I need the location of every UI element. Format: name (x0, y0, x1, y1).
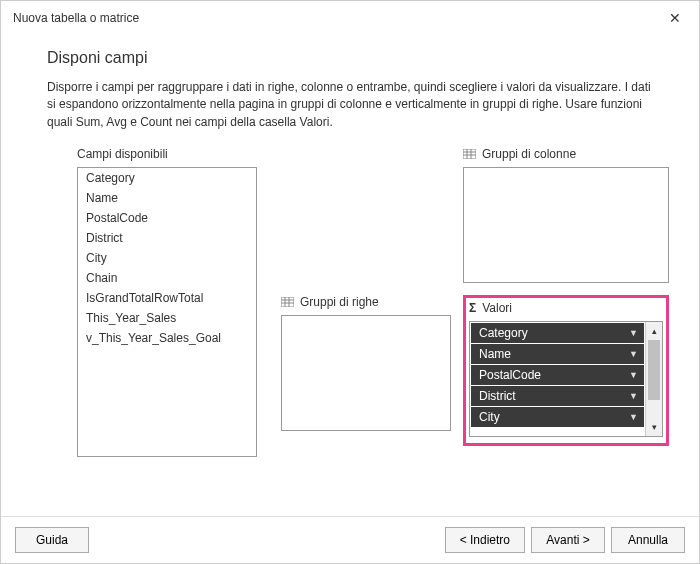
values-scrollbar[interactable]: ▴ ▾ (645, 322, 662, 436)
value-item[interactable]: Category▼ (471, 323, 644, 343)
list-item[interactable]: Name (78, 188, 256, 208)
sigma-icon: Σ (469, 301, 476, 315)
close-icon: ✕ (669, 10, 681, 26)
title-bar: Nuova tabella o matrice ✕ (1, 1, 699, 35)
list-item[interactable]: Category (78, 168, 256, 188)
scroll-thumb[interactable] (648, 340, 660, 400)
chevron-down-icon[interactable]: ▼ (629, 328, 638, 338)
page-heading: Disponi campi (47, 49, 669, 67)
cancel-button[interactable]: Annulla (611, 527, 685, 553)
value-item[interactable]: PostalCode▼ (471, 365, 644, 385)
right-column: Gruppi di colonne Gruppi di righe (281, 147, 669, 457)
row-groups-section: Gruppi di righe (281, 295, 451, 446)
column-groups-dropzone[interactable] (463, 167, 669, 283)
row-groups-dropzone[interactable] (281, 315, 451, 431)
scroll-track[interactable] (646, 340, 662, 418)
list-item[interactable]: PostalCode (78, 208, 256, 228)
value-item[interactable]: District▼ (471, 386, 644, 406)
value-item[interactable]: Name▼ (471, 344, 644, 364)
values-list: Category▼ Name▼ PostalCode▼ District▼ Ci… (470, 322, 645, 436)
close-button[interactable]: ✕ (663, 8, 687, 28)
chevron-down-icon[interactable]: ▼ (629, 349, 638, 359)
list-item[interactable]: City (78, 248, 256, 268)
values-highlight: Σ Valori Category▼ Name▼ PostalCode▼ Dis… (463, 295, 669, 446)
help-button[interactable]: Guida (15, 527, 89, 553)
column-groups-row: Gruppi di colonne (281, 147, 669, 283)
list-item[interactable]: Chain (78, 268, 256, 288)
list-item[interactable]: District (78, 228, 256, 248)
column-groups-section: Gruppi di colonne (463, 147, 669, 283)
row-groups-text: Gruppi di righe (300, 295, 379, 309)
row-values-row: Gruppi di righe Σ Valori Category▼ (281, 295, 669, 446)
column-groups-label: Gruppi di colonne (463, 147, 669, 161)
list-item[interactable]: IsGrandTotalRowTotal (78, 288, 256, 308)
dialog-footer: Guida < Indietro Avanti > Annulla (1, 516, 699, 563)
svg-rect-0 (463, 149, 476, 159)
values-text: Valori (482, 301, 512, 315)
chevron-down-icon[interactable]: ▼ (629, 391, 638, 401)
values-section: Σ Valori Category▼ Name▼ PostalCode▼ Dis… (463, 295, 669, 446)
scroll-up-icon[interactable]: ▴ (646, 322, 662, 340)
available-fields-listbox[interactable]: Category Name PostalCode District City C… (77, 167, 257, 457)
svg-rect-5 (281, 297, 294, 307)
scroll-down-icon[interactable]: ▾ (646, 418, 662, 436)
value-item[interactable]: City▼ (471, 407, 644, 427)
values-label: Σ Valori (469, 301, 663, 315)
table-icon (463, 149, 476, 159)
fields-layout: Campi disponibili Category Name PostalCo… (77, 147, 669, 457)
window-title: Nuova tabella o matrice (13, 11, 139, 25)
footer-right: < Indietro Avanti > Annulla (445, 527, 685, 553)
list-item[interactable]: v_This_Year_Sales_Goal (78, 328, 256, 348)
list-item[interactable]: This_Year_Sales (78, 308, 256, 328)
column-groups-text: Gruppi di colonne (482, 147, 576, 161)
available-fields-section: Campi disponibili Category Name PostalCo… (77, 147, 257, 457)
available-fields-label: Campi disponibili (77, 147, 257, 161)
chevron-down-icon[interactable]: ▼ (629, 412, 638, 422)
content-area: Disponi campi Disporre i campi per raggr… (1, 35, 699, 516)
back-button[interactable]: < Indietro (445, 527, 525, 553)
values-dropzone[interactable]: Category▼ Name▼ PostalCode▼ District▼ Ci… (469, 321, 663, 437)
table-icon (281, 297, 294, 307)
next-button[interactable]: Avanti > (531, 527, 605, 553)
chevron-down-icon[interactable]: ▼ (629, 370, 638, 380)
page-description: Disporre i campi per raggruppare i dati … (47, 79, 653, 131)
row-groups-label: Gruppi di righe (281, 295, 451, 309)
